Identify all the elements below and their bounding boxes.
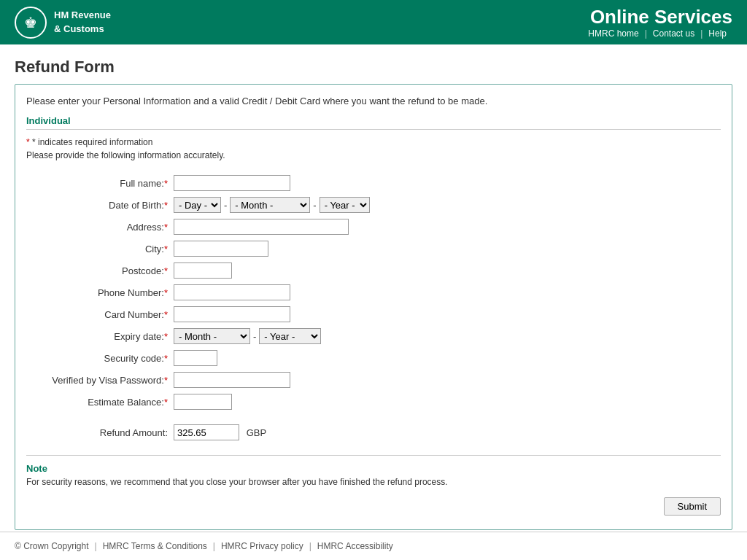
logo-area: ♚ HM Revenue & Customs [15, 7, 111, 39]
phone-field-cell [172, 281, 721, 303]
security-input[interactable] [174, 350, 217, 366]
fullname-input[interactable] [174, 175, 290, 191]
refund-amount-row: Refund Amount: GBP [26, 413, 721, 443]
dob-row: Date of Birth:* - Day - 1234 5678 910111… [26, 194, 721, 216]
page-content: Refund Form Please enter your Personal I… [0, 44, 747, 532]
balance-input[interactable] [174, 394, 232, 410]
expiry-year-select[interactable]: - Year - 202420252026 202720282029 2030 [259, 328, 321, 344]
page-header: ♚ HM Revenue & Customs Online Services H… [0, 0, 747, 44]
nav-home[interactable]: HMRC home [582, 28, 644, 39]
refund-amount-field-cell: GBP [172, 413, 721, 443]
dob-field-cell: - Day - 1234 5678 9101112 13141516 17181… [172, 194, 721, 216]
section-header: Individual [26, 115, 721, 130]
phone-input[interactable] [174, 284, 290, 300]
logo-icon: ♚ [15, 7, 47, 39]
card-row: Card Number:* [26, 303, 721, 325]
logo-text: HM Revenue & Customs [54, 9, 111, 35]
footer-terms[interactable]: HMRC Terms & Conditions [103, 541, 207, 551]
refund-amount-label: Refund Amount: [26, 413, 172, 443]
card-label: Card Number:* [26, 303, 172, 325]
visa-field-cell [172, 369, 721, 391]
expiry-row: Expiry date:* - Month - 010203 040506 07… [26, 325, 721, 347]
refund-amount-input[interactable] [174, 424, 239, 440]
city-label: City:* [26, 238, 172, 260]
page-title: Refund Form [0, 44, 747, 84]
dob-day-select[interactable]: - Day - 1234 5678 9101112 13141516 17181… [174, 197, 221, 213]
refund-currency: GBP [247, 427, 266, 438]
site-title: Online Services [582, 6, 732, 28]
card-input[interactable] [174, 306, 290, 322]
balance-field-cell [172, 391, 721, 413]
city-field-cell [172, 238, 721, 260]
note-text: For security reasons, we recommend that … [26, 477, 721, 487]
visa-input[interactable] [174, 372, 290, 388]
form-container: Please enter your Personal Information a… [15, 84, 732, 530]
city-row: City:* [26, 238, 721, 260]
form-table: Full name:* Date of Birth:* - Day - [26, 172, 721, 443]
dob-year-select[interactable]: - Year - 194019501960 197019751980 19851… [320, 197, 370, 213]
city-input[interactable] [174, 241, 268, 257]
address-field-cell [172, 216, 721, 238]
dob-label: Date of Birth:* [26, 194, 172, 216]
card-field-cell [172, 303, 721, 325]
header-right: Online Services HMRC home | Contact us |… [582, 6, 732, 39]
header-nav: HMRC home | Contact us | Help [582, 28, 732, 39]
phone-row: Phone Number:* [26, 281, 721, 303]
phone-label: Phone Number:* [26, 281, 172, 303]
required-note: * * indicates required information [26, 137, 721, 147]
note-title: Note [26, 463, 721, 474]
balance-row: Estimate Balance:* [26, 391, 721, 413]
submit-button[interactable]: Submit [664, 497, 721, 516]
expiry-label: Expiry date:* [26, 325, 172, 347]
balance-label: Estimate Balance:* [26, 391, 172, 413]
nav-help[interactable]: Help [703, 28, 732, 39]
nav-contact[interactable]: Contact us [647, 28, 700, 39]
postcode-field-cell [172, 260, 721, 281]
address-input[interactable] [174, 219, 349, 235]
security-row: Security code:* [26, 347, 721, 369]
footer-privacy[interactable]: HMRC Privacy policy [221, 541, 303, 551]
postcode-input[interactable] [174, 262, 232, 279]
security-label: Security code:* [26, 347, 172, 369]
expiry-month-select[interactable]: - Month - 010203 040506 070809 101112 [174, 328, 250, 344]
visa-row: Verified by Visa Password:* [26, 369, 721, 391]
postcode-row: Postcode:* [26, 260, 721, 281]
dob-month-select[interactable]: - Month - JanuaryFebruaryMarch AprilMayJ… [230, 197, 310, 213]
postcode-label: Postcode:* [26, 260, 172, 281]
security-field-cell [172, 347, 721, 369]
footer-accessibility[interactable]: HMRC Accessibility [317, 541, 393, 551]
provide-note: Please provide the following information… [26, 150, 721, 160]
fullname-row: Full name:* [26, 172, 721, 194]
fullname-label: Full name:* [26, 172, 172, 194]
visa-label: Verified by Visa Password:* [26, 369, 172, 391]
expiry-field-cell: - Month - 010203 040506 070809 101112 - … [172, 325, 721, 347]
fullname-field-cell [172, 172, 721, 194]
address-label: Address:* [26, 216, 172, 238]
footer-copyright: © Crown Copyright [15, 541, 89, 551]
submit-row: Submit [26, 497, 721, 518]
page-footer: © Crown Copyright | HMRC Terms & Conditi… [0, 532, 747, 560]
note-section: Note For security reasons, we recommend … [26, 455, 721, 487]
dob-section: - Day - 1234 5678 9101112 13141516 17181… [174, 197, 719, 213]
intro-text: Please enter your Personal Information a… [26, 96, 721, 106]
expiry-section: - Month - 010203 040506 070809 101112 - … [174, 328, 719, 344]
address-row: Address:* [26, 216, 721, 238]
